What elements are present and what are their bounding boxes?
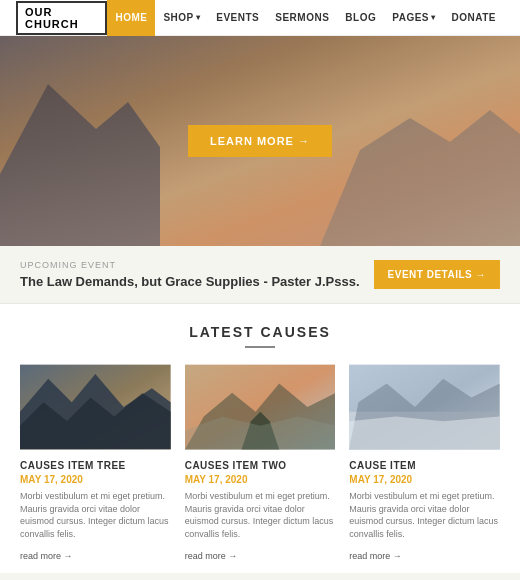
event-label: UPCOMING EVENT <box>20 260 360 270</box>
cause-card-3: CAUSE ITEM MAY 17, 2020 Morbi vestibulum… <box>349 362 500 563</box>
svg-marker-10 <box>349 416 500 449</box>
cause-date-1: MAY 17, 2020 <box>20 474 171 485</box>
causes-title: LATEST CAUSES <box>20 324 500 340</box>
cause-text-2: Morbi vestibulum et mi eget pretium. Mau… <box>185 490 336 540</box>
cause-title-1: CAUSES ITEM TREE <box>20 460 171 471</box>
cause-readmore-1[interactable]: read more → <box>20 551 73 561</box>
cause-text-1: Morbi vestibulum et mi eget pretium. Mau… <box>20 490 171 540</box>
hero-section: LEARN MORE → <box>0 36 520 246</box>
cause-text-3: Morbi vestibulum et mi eget pretium. Mau… <box>349 490 500 540</box>
learn-more-button[interactable]: LEARN MORE → <box>188 125 332 157</box>
header: OUR CHURCH HOME SHOP▾ EVENTS SERMONS BLO… <box>0 0 520 36</box>
causes-divider <box>245 346 275 348</box>
nav-item-pages[interactable]: PAGES▾ <box>384 0 443 36</box>
cause-image-2 <box>185 362 336 452</box>
nav-item-home[interactable]: HOME <box>107 0 155 36</box>
cause-image-1 <box>20 362 171 452</box>
chevron-down-icon: ▾ <box>431 13 436 22</box>
nav-item-shop[interactable]: SHOP▾ <box>155 0 208 36</box>
nav-item-events[interactable]: EVENTS <box>208 0 267 36</box>
nav-item-donate[interactable]: DONATE <box>444 0 504 36</box>
causes-grid: CAUSES ITEM TREE MAY 17, 2020 Morbi vest… <box>20 362 500 563</box>
cause-readmore-2[interactable]: read more → <box>185 551 238 561</box>
cause-card-2: CAUSES ITEM TWO MAY 17, 2020 Morbi vesti… <box>185 362 336 563</box>
logo: OUR CHURCH <box>16 1 107 35</box>
causes-section: LATEST CAUSES <box>0 304 520 573</box>
nav-item-blog[interactable]: BLOG <box>337 0 384 36</box>
cause-image-3 <box>349 362 500 452</box>
event-banner: UPCOMING EVENT The Law Demands, but Grac… <box>0 246 520 304</box>
cause-card-1: CAUSES ITEM TREE MAY 17, 2020 Morbi vest… <box>20 362 171 563</box>
cause-date-2: MAY 17, 2020 <box>185 474 336 485</box>
event-title: The Law Demands, but Grace Supplies - Pa… <box>20 274 360 289</box>
cause-title-3: CAUSE ITEM <box>349 460 500 471</box>
cause-date-3: MAY 17, 2020 <box>349 474 500 485</box>
event-info: UPCOMING EVENT The Law Demands, but Grac… <box>20 260 360 289</box>
cause-title-2: CAUSES ITEM TWO <box>185 460 336 471</box>
causes-header: LATEST CAUSES <box>20 324 500 348</box>
chevron-down-icon: ▾ <box>196 13 201 22</box>
nav: HOME SHOP▾ EVENTS SERMONS BLOG PAGES▾ DO… <box>107 0 504 36</box>
cause-readmore-3[interactable]: read more → <box>349 551 402 561</box>
event-details-button[interactable]: EVENT DETAILS → <box>374 260 500 289</box>
nav-item-sermons[interactable]: SERMONS <box>267 0 337 36</box>
